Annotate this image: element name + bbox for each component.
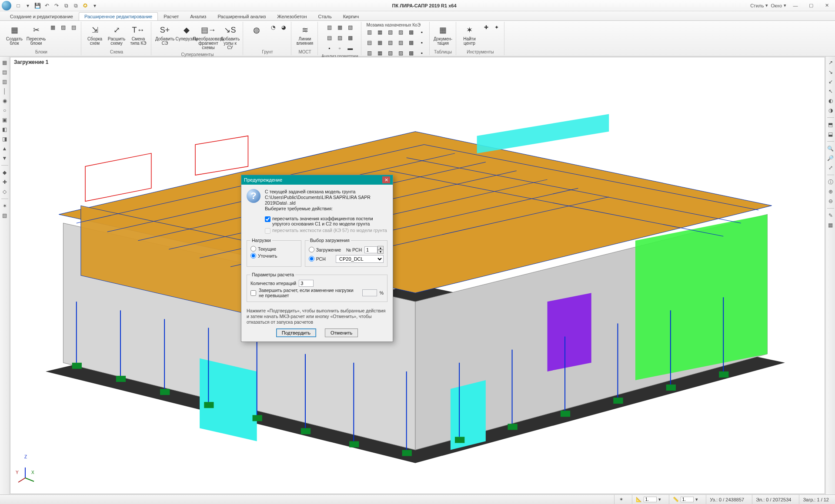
toolbar-icon[interactable]: ▧ [1,212,8,219]
ribbon-small-button[interactable]: ◔ [268,23,278,32]
sel-rsn-radio[interactable]: РСН [309,256,333,262]
loads-current-radio[interactable]: Текущие [250,246,297,252]
finish-threshold-checkbox[interactable] [250,290,256,296]
qat-undo-icon[interactable]: ↶ [43,2,50,9]
toolbar-icon[interactable]: ◧ [1,126,8,133]
toolbar-icon[interactable]: ⬒ [827,121,834,128]
toolbar-icon[interactable]: ✚ [1,179,8,186]
toolbar-icon[interactable]: ⊖ [827,198,834,205]
toolbar-icon[interactable]: ▲ [1,145,8,152]
ribbon-button[interactable]: ↘SДобавить узлы к СУ [220,23,240,51]
toolbar-icon[interactable]: ▥ [1,78,8,85]
ribbon-tab[interactable]: Расчет [158,12,184,20]
ribbon-small-button[interactable]: ▪ [417,38,427,47]
ribbon-tab[interactable]: Железобетон [271,12,312,20]
qat-new-icon[interactable]: □ [15,2,22,9]
ribbon-small-button[interactable]: ▪ [324,43,334,53]
ribbon-tab[interactable]: Сталь [313,12,337,20]
ribbon-button[interactable]: ⤢Расшить схему [107,23,127,47]
ribbon-small-button[interactable]: ▫ [335,43,344,53]
ribbon-small-button[interactable]: ▨ [396,27,406,37]
ribbon-tab[interactable]: Расширенный анализ [212,12,271,20]
loads-refine-radio[interactable]: Уточнить [250,253,297,259]
qat-copy-icon[interactable]: ⧉ [63,2,70,9]
rsn-combo[interactable]: CP20_DCL [336,255,384,263]
ribbon-small-button[interactable]: ▩ [345,33,355,43]
window-selector[interactable]: Окно▾ [771,3,786,8]
toolbar-icon[interactable]: ⤢ [827,164,834,171]
ribbon-small-button[interactable]: ✦ [492,23,501,32]
spin-up-icon[interactable]: ▲ [377,246,384,250]
toolbar-icon[interactable]: ◐ [827,97,834,104]
toolbar-icon[interactable]: ↗ [827,59,834,66]
toolbar-icon[interactable]: ◉ [1,97,8,104]
toolbar-icon[interactable]: 🔍 [827,145,834,152]
ribbon-button[interactable]: ⇲Сборка схем [85,23,105,47]
style-selector[interactable]: Стиль▾ [750,3,768,8]
ribbon-small-button[interactable]: ▨ [335,33,344,43]
ribbon-small-button[interactable]: ▤ [365,38,374,47]
ribbon-small-button[interactable]: ▩ [407,27,416,37]
toolbar-icon[interactable]: ○ [1,107,8,114]
ribbon-button[interactable]: S+Добавить СЭ [155,23,175,47]
ribbon-tab[interactable]: Кирпич [337,12,365,20]
iterations-input[interactable] [299,280,314,287]
maximize-button[interactable]: ▢ [805,1,818,10]
toolbar-icon[interactable]: ↙ [827,78,834,85]
ribbon-small-button[interactable]: ▦ [48,23,57,32]
ribbon-small-button[interactable]: ▥ [324,23,334,32]
minimize-button[interactable]: — [789,1,802,10]
close-button[interactable]: ✕ [820,1,833,10]
ribbon-small-button[interactable]: ▦ [335,23,344,32]
viewport[interactable]: Загружение 1 [10,57,825,494]
qat-redo-icon[interactable]: ↷ [53,2,60,9]
ribbon-small-button[interactable]: ▩ [407,38,416,47]
sel-zag-radio[interactable]: Загружение [309,247,344,252]
ribbon-button[interactable]: ▦Докумен-тация [433,23,453,47]
qat-help-icon[interactable]: ✪ [82,2,89,9]
toolbar-icon[interactable]: ⓘ [827,179,834,186]
toolbar-icon[interactable]: ▦ [1,59,8,66]
ribbon-small-button[interactable]: ▪ [417,27,427,37]
ribbon-button[interactable]: ▤→Преобразовать фрагмент схемы [198,23,218,51]
toolbar-icon[interactable]: ✎ [827,212,834,219]
ribbon-small-button[interactable]: ◕ [279,23,288,32]
qat-paste-icon[interactable]: ⧉ [72,2,79,9]
ribbon-tab[interactable]: Анализ [184,12,212,20]
toolbar-icon[interactable]: 🔎 [827,155,834,162]
ribbon-small-button[interactable]: ▨ [58,23,68,32]
ribbon-button[interactable]: ◍ [247,23,267,38]
spin-down-icon[interactable]: ▼ [377,250,384,254]
ribbon-small-button[interactable]: ✚ [481,23,491,32]
ribbon-small-button[interactable]: ▦ [375,38,385,47]
ribbon-small-button[interactable]: ▥ [365,27,374,37]
ribbon-button[interactable]: ✶Найти центр [460,23,480,47]
ribbon-small-button[interactable]: ▤ [69,23,78,32]
dialog-close-icon[interactable]: ✕ [382,176,390,183]
toolbar-icon[interactable]: ▣ [1,116,8,123]
ribbon-small-button[interactable]: ▦ [375,27,385,37]
qat-more-icon[interactable]: ▾ [91,2,98,9]
confirm-button[interactable]: Подтвердить [276,328,316,337]
ribbon-tab[interactable]: Расширенное редактирование [79,12,158,20]
dialog-titlebar[interactable]: Предупреждение ✕ [241,175,393,185]
toolbar-icon[interactable]: ▼ [1,155,8,162]
ribbon-small-button[interactable]: ▧ [386,27,395,37]
qat-save-icon[interactable]: 💾 [34,2,41,9]
toolbar-icon[interactable]: ◆ [1,169,8,176]
ribbon-small-button[interactable]: ▬ [345,43,355,53]
recalc-c1c2-checkbox[interactable]: пересчитать значения коэффициентов посте… [265,216,387,226]
toolbar-icon[interactable]: ◑ [827,107,834,114]
toolbar-icon[interactable]: ⬓ [827,131,834,138]
ribbon-small-button[interactable]: ▨ [396,38,406,47]
status-scale-2[interactable]: 📏▾ [669,495,701,504]
toolbar-icon[interactable]: ▦ [827,222,834,229]
ribbon-tab[interactable]: Создание и редактирование [4,12,79,20]
ribbon-small-button[interactable]: ▤ [324,33,334,43]
ribbon-small-button[interactable]: ▧ [386,38,395,47]
cancel-button[interactable]: Отменить [325,328,358,337]
toolbar-icon[interactable]: ↘ [827,69,834,76]
status-tool-1[interactable]: ✶ [614,495,628,504]
toolbar-icon[interactable]: │ [1,88,8,95]
toolbar-icon[interactable]: ▤ [1,69,8,76]
